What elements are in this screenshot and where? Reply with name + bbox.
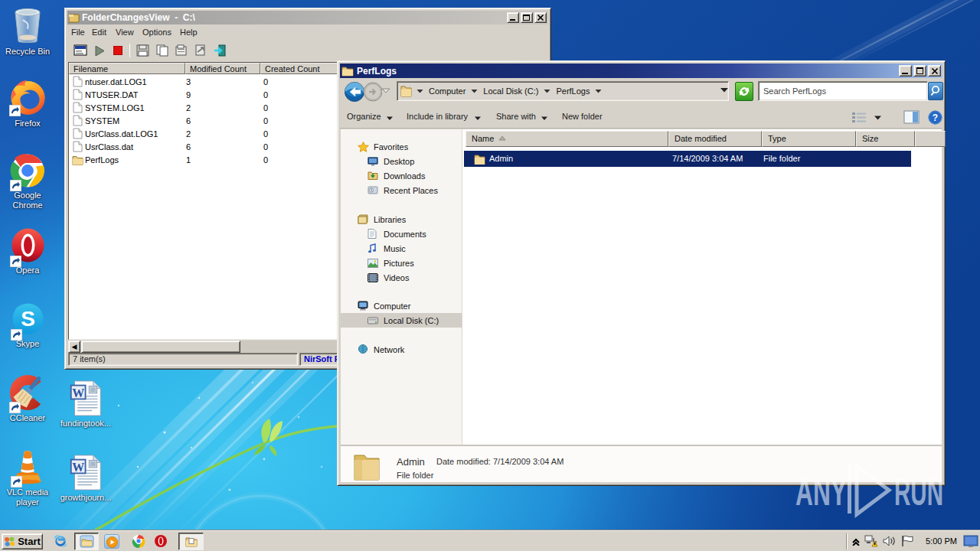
svg-text:?: ? [933, 112, 938, 123]
svg-text:ANY: ANY [795, 471, 847, 514]
svg-text:RUN: RUN [894, 471, 943, 514]
svg-text:W: W [72, 461, 84, 474]
svg-text:W: W [72, 386, 84, 399]
svg-text:S: S [21, 307, 35, 331]
